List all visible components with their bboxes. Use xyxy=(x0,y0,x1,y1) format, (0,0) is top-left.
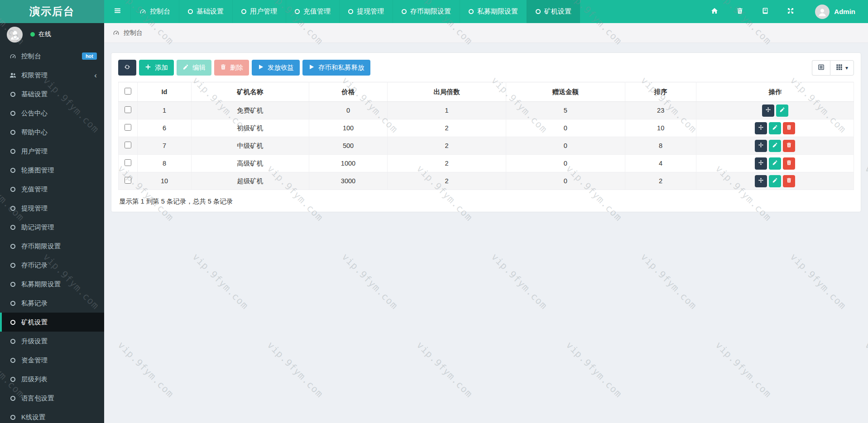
table-row: 10超级矿机3000202 xyxy=(119,172,854,190)
sidebar-item[interactable]: 帮助中心 xyxy=(0,123,104,142)
list-view-icon xyxy=(818,64,825,72)
topnav-item[interactable]: 用户管理 xyxy=(232,0,286,23)
add-button[interactable]: 添加 xyxy=(139,60,174,76)
topnav-item-label: 矿机设置 xyxy=(544,7,571,16)
select-all-checkbox[interactable] xyxy=(125,88,131,95)
sidebar-item[interactable]: 基础设置 xyxy=(0,85,104,104)
miner-name-cell: 超级矿机 xyxy=(191,172,309,190)
actions-cell xyxy=(696,137,854,155)
move-row-button[interactable] xyxy=(755,140,767,152)
grid-view-button[interactable]: ▾ xyxy=(830,60,854,76)
sidebar-item[interactable]: 存币记录 xyxy=(0,256,104,275)
trash-button[interactable] xyxy=(727,0,753,23)
sidebar-item[interactable]: K线设置 xyxy=(0,408,104,423)
topnav-item[interactable]: 提现管理 xyxy=(339,0,393,23)
row-id-cell: 10 xyxy=(138,172,192,190)
topnav-item[interactable]: 充值管理 xyxy=(286,0,339,23)
sidebar-item-label: 充值管理 xyxy=(21,185,48,194)
refresh-button[interactable] xyxy=(118,60,136,76)
delete-row-button[interactable] xyxy=(783,157,795,170)
list-view-button[interactable] xyxy=(812,60,830,76)
topnav-item[interactable]: 矿机设置 xyxy=(527,0,580,23)
sidebar-item[interactable]: 充值管理 xyxy=(0,180,104,199)
price-cell: 100 xyxy=(309,119,388,137)
breadcrumb-label: 控制台 xyxy=(124,29,143,37)
sidebar-item[interactable]: 语言包设置 xyxy=(0,389,104,408)
table-card: 添加编辑删除发放收益存币和私募释放▾ Id矿机名称价格出局倍数赠送金额排序操作 … xyxy=(111,52,861,212)
sidebar-item[interactable]: 升级设置 xyxy=(0,332,104,351)
sidebar-item[interactable]: 矿机设置 xyxy=(0,313,104,332)
column-header: 操作 xyxy=(696,82,854,102)
circle-icon xyxy=(9,244,16,249)
sidebar-item[interactable]: 层级列表 xyxy=(0,370,104,389)
topnav-item[interactable]: 存币期限设置 xyxy=(393,0,460,23)
row-checkbox[interactable] xyxy=(125,106,131,113)
sidebar-item[interactable]: 资金管理 xyxy=(0,351,104,370)
trash-icon xyxy=(786,124,792,132)
delete-button[interactable]: 删除 xyxy=(214,60,249,76)
move-row-button[interactable] xyxy=(762,105,774,117)
trash-icon xyxy=(736,7,743,16)
fullscreen-button[interactable] xyxy=(778,0,803,23)
move-row-button[interactable] xyxy=(755,175,767,187)
out-multiple-cell: 1 xyxy=(388,102,506,119)
circle-icon xyxy=(348,8,353,15)
sidebar-item[interactable]: 权限管理‹ xyxy=(0,66,104,85)
sidebar-item-label: 公告中心 xyxy=(21,109,48,118)
sidebar-item[interactable]: 私募期限设置 xyxy=(0,275,104,294)
edit-button[interactable]: 编辑 xyxy=(177,60,211,76)
edit-row-button[interactable] xyxy=(776,105,788,117)
avatar xyxy=(815,5,830,19)
delete-row-button[interactable] xyxy=(783,175,795,187)
sidebar-item[interactable]: 轮播图管理 xyxy=(0,161,104,180)
deposit-release-button[interactable]: 存币和私募释放 xyxy=(302,60,370,76)
topnav-item[interactable]: 基础设置 xyxy=(179,0,232,23)
miners-table: Id矿机名称价格出局倍数赠送金额排序操作 1免费矿机015236初级矿机1002… xyxy=(118,82,854,190)
edit-row-button[interactable] xyxy=(769,122,781,134)
sidebar-item[interactable]: 控制台hot xyxy=(0,47,104,66)
edit-row-button[interactable] xyxy=(769,157,781,170)
row-id-cell: 1 xyxy=(138,102,192,119)
topnav-item-label: 存币期限设置 xyxy=(410,7,451,16)
sidebar-toggle-button[interactable] xyxy=(104,0,130,23)
plus-icon xyxy=(145,64,151,71)
topnav-item[interactable]: 控制台 xyxy=(130,0,179,23)
row-checkbox[interactable] xyxy=(125,177,131,184)
out-multiple-cell: 2 xyxy=(388,137,506,155)
row-checkbox[interactable] xyxy=(125,124,131,131)
pencil-icon xyxy=(182,64,189,71)
sidebar-item[interactable]: 助记词管理 xyxy=(0,218,104,237)
circle-icon xyxy=(9,92,16,97)
move-row-button[interactable] xyxy=(755,122,767,134)
topnav-item[interactable]: 私募期限设置 xyxy=(460,0,527,23)
home-button[interactable] xyxy=(702,0,727,23)
move-row-button[interactable] xyxy=(755,157,767,170)
topnav-item-label: 控制台 xyxy=(150,7,170,16)
row-checkbox[interactable] xyxy=(125,159,131,166)
online-label: 在线 xyxy=(38,30,51,38)
table-row: 8高级矿机1000204 xyxy=(119,155,854,172)
topnav-item-label: 私募期限设置 xyxy=(477,7,518,16)
delete-row-button[interactable] xyxy=(783,122,795,134)
sidebar-item[interactable]: 提现管理 xyxy=(0,199,104,218)
log-button[interactable] xyxy=(753,0,778,23)
sidebar-item[interactable]: 存币期限设置 xyxy=(0,237,104,256)
out-multiple-cell: 2 xyxy=(388,155,506,172)
sidebar-item-label: 私募记录 xyxy=(21,299,48,308)
delete-row-button[interactable] xyxy=(783,140,795,152)
sidebar-item[interactable]: 公告中心 xyxy=(0,104,104,123)
column-header: 价格 xyxy=(309,82,388,102)
sidebar-item[interactable]: 用户管理 xyxy=(0,142,104,161)
sidebar-item-label: 层级列表 xyxy=(21,375,48,384)
bonus-amount-cell: 0 xyxy=(506,119,625,137)
pencil-icon xyxy=(772,177,778,185)
avatar xyxy=(7,27,23,43)
edit-row-button[interactable] xyxy=(769,175,781,187)
edit-row-button[interactable] xyxy=(769,140,781,152)
grant-earnings-button[interactable]: 发放收益 xyxy=(252,60,300,76)
row-checkbox[interactable] xyxy=(125,142,131,148)
price-cell: 1000 xyxy=(309,155,388,172)
person-icon xyxy=(9,29,21,43)
sidebar-item[interactable]: 私募记录 xyxy=(0,294,104,313)
user-menu[interactable]: Admin xyxy=(815,5,855,19)
